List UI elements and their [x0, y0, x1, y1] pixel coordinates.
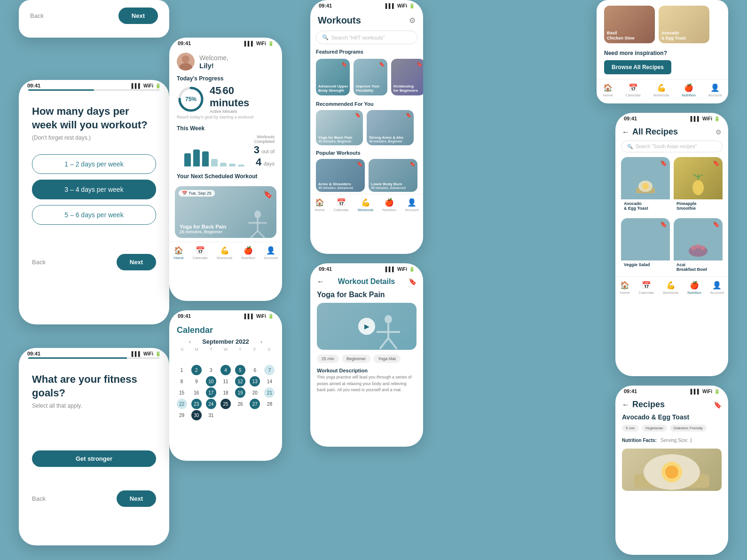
recipe-search-bar[interactable]: 🔍 Search "South Asian recipes" — [621, 141, 723, 152]
wd-bookmark[interactable]: 🔖 — [409, 278, 417, 285]
tab-home[interactable]: 🏠Home — [173, 246, 183, 260]
cal-day-13[interactable]: 13 — [250, 376, 260, 386]
option-1-2-days[interactable]: 1 – 2 days per week — [32, 154, 156, 174]
recipe-avocado-egg[interactable]: 🔖 Avocado& Egg Toast — [621, 157, 670, 213]
cal-day-12[interactable]: 12 — [235, 376, 245, 386]
cal-day-25[interactable]: 25 — [220, 399, 231, 409]
wtab-workouts[interactable]: 💪Workouts — [358, 198, 374, 212]
artab-home[interactable]: 🏠Home — [620, 281, 629, 295]
pop-bookmark-1[interactable]: 🔖 — [409, 161, 415, 166]
ntab-account[interactable]: 👤Account — [708, 83, 722, 97]
ntab-home[interactable]: 🏠Home — [603, 83, 613, 97]
cal-prev[interactable]: ‹ — [189, 338, 191, 345]
workout-video-thumb[interactable]: ▶ — [317, 303, 417, 350]
cal-day-15[interactable]: 15 — [177, 387, 187, 398]
recipe-thumb-egg[interactable]: Avocado& Egg Toast — [659, 6, 709, 43]
cal-day-9[interactable]: 9 — [191, 376, 202, 386]
rec-item-1[interactable]: Strong Arms & Abs40 minutes, Beginner 🔖 — [367, 110, 414, 145]
artab-workouts[interactable]: 💪Workouts — [663, 281, 679, 295]
cal-day-2[interactable]: 2 — [191, 365, 202, 375]
get-stronger-button[interactable]: Get stronger — [32, 450, 156, 467]
popular-lower[interactable]: Lower Body Burn45 minutes, Advanced 🔖 — [369, 159, 417, 192]
cal-day-6[interactable]: 6 — [250, 365, 260, 375]
cal-day-17[interactable]: 17 — [206, 387, 216, 398]
rec-bookmark-0[interactable]: 🔖 — [355, 112, 361, 118]
cal-day-24[interactable]: 24 — [206, 399, 216, 409]
wtab-account[interactable]: 👤Account — [405, 198, 419, 212]
back-button-onboard2[interactable]: Back — [32, 495, 46, 502]
artab-nutrition[interactable]: 🍎Nutrition — [687, 281, 701, 295]
ntab-calendar[interactable]: 📅Calendar — [625, 83, 640, 97]
cal-day-21[interactable]: 21 — [264, 387, 275, 398]
tab-nutrition[interactable]: 🍎Nutrition — [241, 246, 255, 260]
cal-day-28[interactable]: 28 — [264, 399, 275, 409]
featured-item-2[interactable]: Kickboxingfor Beginners 🔖 — [391, 59, 423, 95]
cal-day-30[interactable]: 30 — [191, 410, 202, 420]
cal-day-23[interactable]: 23 — [191, 399, 202, 409]
bookmark-1[interactable]: 🔖 — [379, 62, 385, 67]
rec-item-0[interactable]: Yoga for Back Pain30 minutes, Beginner 🔖 — [316, 110, 363, 145]
recipe-avocado-bookmark[interactable]: 🔖 — [660, 160, 667, 166]
bookmark-2[interactable]: 🔖 — [417, 62, 422, 67]
back-button-top[interactable]: Back — [30, 12, 44, 19]
wd-back-arrow[interactable]: ← — [317, 277, 324, 286]
tab-calendar[interactable]: 📅Calendar — [192, 246, 207, 260]
ntab-workouts[interactable]: 💪Workouts — [653, 83, 669, 97]
cal-day-3[interactable]: 3 — [206, 365, 216, 375]
next-button-onboard2[interactable]: Next — [117, 490, 156, 507]
recipe-acai[interactable]: 🔖 AcaiBreakfast Bowl — [674, 218, 723, 274]
artab-account[interactable]: 👤Account — [710, 281, 724, 295]
back-button-onboard1[interactable]: Back — [32, 259, 46, 266]
recipe-veggie[interactable]: 🔖 Veggie Salad — [621, 218, 670, 274]
recipe-pineapple-bookmark[interactable]: 🔖 — [713, 160, 720, 166]
artab-calendar[interactable]: 📅Calendar — [638, 281, 653, 295]
next-button-top[interactable]: Next — [118, 8, 158, 24]
tab-account[interactable]: 👤Account — [264, 246, 278, 260]
browse-all-recipes-button[interactable]: Browse All Recipes — [604, 60, 671, 74]
bookmark-icon[interactable]: 🔖 — [263, 190, 273, 199]
recipes-filter-icon[interactable]: ⚙ — [716, 128, 722, 136]
cal-day-1[interactable]: 1 — [177, 365, 187, 375]
cal-day-11[interactable]: 11 — [220, 376, 231, 386]
cal-day-31[interactable]: 31 — [206, 410, 216, 420]
wtab-nutrition[interactable]: 🍎Nutrition — [382, 198, 396, 212]
cal-day-22[interactable]: 22 — [177, 399, 187, 409]
workouts-search[interactable]: 🔍 Search "HIIT workouts" — [316, 31, 417, 44]
cal-day-5[interactable]: 5 — [235, 365, 245, 375]
cal-day-18[interactable]: 18 — [220, 387, 231, 398]
cal-day-10[interactable]: 10 — [206, 376, 216, 386]
cal-day-20[interactable]: 20 — [250, 387, 260, 398]
recipe-veggie-bookmark[interactable]: 🔖 — [660, 221, 667, 228]
cal-next[interactable]: › — [260, 338, 262, 345]
cal-day-27[interactable]: 27 — [250, 399, 260, 409]
ar-back-arrow[interactable]: ← — [622, 128, 629, 136]
option-5-6-days[interactable]: 5 – 6 days per week — [32, 205, 156, 225]
pop-bookmark-0[interactable]: 🔖 — [357, 161, 362, 166]
featured-item-0[interactable]: Advanced UpperBody Strength 🔖 — [316, 59, 350, 95]
tab-workouts[interactable]: 💪Workouts — [217, 246, 233, 260]
bookmark-0[interactable]: 🔖 — [341, 62, 347, 67]
wtab-home[interactable]: 🏠Home — [315, 198, 324, 212]
rec-bookmark-1[interactable]: 🔖 — [406, 112, 411, 118]
cal-day-29[interactable]: 29 — [177, 410, 187, 420]
featured-item-1[interactable]: Improve YourFlexibility 🔖 — [354, 59, 387, 95]
cal-day-8[interactable]: 8 — [177, 376, 187, 386]
recipe-acai-bookmark[interactable]: 🔖 — [713, 221, 720, 228]
popular-arms[interactable]: Arms & Shoulders35 minutes, Advanced 🔖 — [316, 159, 365, 192]
recipe-pineapple[interactable]: 🔖 PineappleSmoothie — [674, 157, 723, 213]
rd-bookmark[interactable]: 🔖 — [714, 401, 722, 409]
rd-back-arrow[interactable]: ← — [622, 401, 629, 409]
option-3-4-days[interactable]: 3 – 4 days per week — [32, 180, 156, 199]
cal-day-14[interactable]: 14 — [264, 376, 275, 386]
recipe-thumb-stew[interactable]: BasilChicken Stew — [604, 6, 655, 43]
cal-day-7[interactable]: 7 — [264, 365, 275, 375]
next-workout-card[interactable]: 📅 Tue, Sep 25 🔖 Yoga for Back Pain 25 mi… — [175, 186, 276, 238]
next-button-onboard1[interactable]: Next — [117, 254, 156, 270]
wtab-calendar[interactable]: 📅Calendar — [333, 198, 348, 212]
cal-day-19[interactable]: 19 — [235, 387, 245, 398]
ntab-nutrition[interactable]: 🍎Nutrition — [682, 83, 696, 97]
cal-day-16[interactable]: 16 — [191, 387, 202, 398]
cal-day-26[interactable]: 26 — [235, 399, 245, 409]
filter-icon[interactable]: ⚙ — [409, 16, 416, 25]
cal-day-4[interactable]: 4 — [220, 365, 231, 375]
